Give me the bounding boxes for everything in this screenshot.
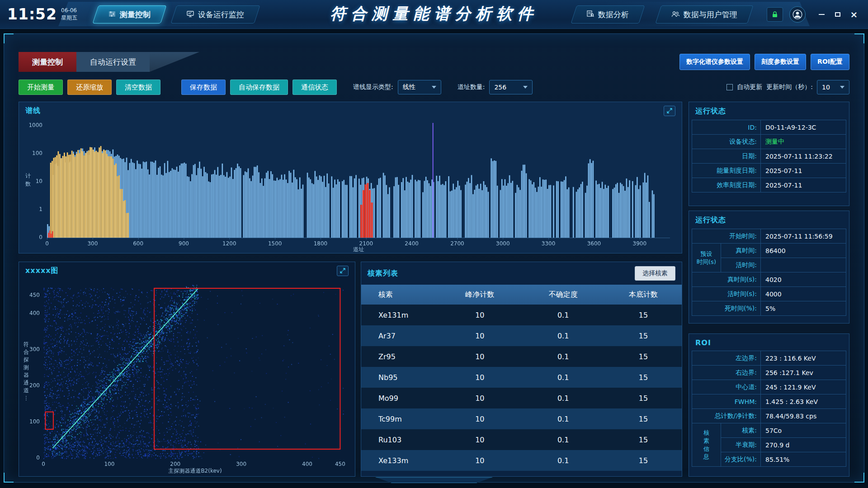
auto-update-checkbox[interactable]	[726, 84, 733, 90]
scatter-panel-header: xxxxx图	[19, 262, 355, 279]
expand-icon[interactable]	[337, 266, 349, 276]
status-label: 真时间:	[721, 244, 761, 258]
status-label: 半衰期:	[721, 438, 761, 452]
status-value: 1.425 : 2.63 KeV	[761, 394, 846, 409]
user-avatar-icon[interactable]	[789, 6, 806, 23]
window-controls: ×	[815, 8, 861, 21]
table-cell: 0.1	[521, 388, 604, 408]
settings-buttons: 数字化谱仪参数设置 刻度参数设置 ROI配置	[679, 52, 849, 72]
update-interval-label: 更新时间（秒）:	[766, 83, 813, 91]
nuclide-panel-title: 核素列表	[368, 269, 398, 278]
status-row: 死时间(%):5%	[692, 301, 846, 316]
status-label: 活时间:	[721, 258, 761, 272]
maximize-button[interactable]	[831, 8, 844, 21]
select-nuclide-button[interactable]: 选择核素	[635, 266, 675, 281]
status-value: 2025-07-11	[761, 178, 846, 192]
status-row: 真时间(s):4020	[692, 272, 846, 287]
status-value: 2025-07-11 11:23:22	[761, 149, 846, 164]
table-cell: 10	[438, 367, 521, 388]
table-cell: Ar37	[361, 325, 438, 346]
nav-label: 数据与用户管理	[684, 9, 737, 19]
channel-count-select[interactable]: 256	[489, 80, 533, 94]
expand-icon[interactable]	[664, 106, 675, 116]
toolbar-button[interactable]: 通信状态	[292, 80, 337, 95]
tab-auto-run-settings[interactable]: 自动运行设置	[76, 52, 150, 72]
frame-corner	[854, 473, 864, 483]
spectrum-panel: 谱线	[19, 102, 682, 253]
table-cell: Xe133m	[361, 450, 438, 471]
status-value: 57Co	[761, 423, 846, 438]
table-row[interactable]: Mo99100.115	[361, 388, 682, 408]
coincidence-plot-panel: xxxxx图	[19, 262, 355, 477]
status-row: 右边界:256 :127.1 Kev	[692, 366, 846, 380]
lock-icon[interactable]	[767, 7, 783, 22]
status-row: 开始时间:2025-07-11 11:56:59	[692, 229, 846, 244]
spectrum-chart-canvas[interactable]	[19, 119, 682, 253]
table-row[interactable]: Xe131m100.115	[361, 305, 682, 325]
scatter-chart-canvas[interactable]	[19, 279, 354, 476]
status-label: 中心道:	[692, 380, 761, 394]
status-value: 2025-07-11	[761, 164, 846, 178]
table-cell: 10	[438, 429, 521, 450]
digitizer-params-button[interactable]: 数字化谱仪参数设置	[679, 54, 750, 70]
table-cell: 15	[605, 408, 682, 429]
status-label: 日期:	[692, 149, 761, 164]
data-analysis-icon	[587, 10, 594, 19]
left-column: 谱线 xxxxx图	[19, 102, 682, 477]
table-row[interactable]: Nb95100.115	[361, 367, 682, 388]
nav-data-analysis[interactable]: 数据分析	[571, 5, 645, 23]
status-value: 4000	[761, 287, 846, 301]
table-cell: 15	[605, 325, 682, 346]
display-type-select[interactable]: 线性	[398, 80, 441, 94]
table-cell: 10	[438, 408, 521, 429]
status-label: 右边界:	[692, 366, 761, 380]
toolbar-button[interactable]: 自动保存数据	[230, 80, 288, 95]
table-column-header: 本底计数	[605, 285, 682, 305]
update-interval-value: 10	[822, 84, 830, 91]
status-label: 总计数/净计数:	[692, 409, 761, 423]
close-button[interactable]: ×	[847, 8, 861, 21]
table-cell: 0.1	[521, 408, 604, 429]
nav-measure-control[interactable]: 测量控制	[93, 5, 167, 23]
nav-label: 测量控制	[120, 9, 151, 19]
table-cell: Xe131m	[361, 305, 438, 325]
minimize-button[interactable]	[815, 8, 828, 21]
monitor-icon	[187, 10, 194, 19]
app-title: 符合测量能谱分析软件	[330, 3, 538, 24]
auto-update-label: 自动更新	[737, 83, 762, 91]
nav-device-monitor[interactable]: 设备运行监控	[171, 5, 260, 23]
table-row[interactable]: Zr95100.115	[361, 346, 682, 367]
table-row[interactable]: Tc99m100.115	[361, 408, 682, 429]
table-cell: 15	[605, 305, 682, 325]
toolbar-button[interactable]: 清空数据	[116, 80, 160, 95]
nav-data-user-management[interactable]: 数据与用户管理	[656, 5, 754, 23]
toolbar-button[interactable]: 开始测量	[19, 80, 63, 95]
table-column-header: 核素	[361, 285, 438, 305]
table-cell: 0.1	[521, 429, 604, 450]
chevron-down-icon	[523, 86, 528, 89]
table-row[interactable]: Ru103100.115	[361, 429, 682, 450]
table-cell: 10	[438, 450, 521, 471]
status-row: 预设时间(s)真时间:86400	[692, 244, 846, 258]
table-row[interactable]: Ar37100.115	[361, 325, 682, 346]
status-row: 效率刻度日期:2025-07-11	[692, 178, 846, 192]
table-row[interactable]: Xe133m100.115	[361, 450, 682, 471]
status-value: 2025-07-11 11:56:59	[761, 229, 846, 244]
bottom-notch-decoration	[375, 477, 493, 483]
status-value: 223 : 116.6 KeV	[761, 351, 846, 366]
tab-measure-control[interactable]: 测量控制	[19, 52, 76, 72]
calibration-params-button[interactable]: 刻度参数设置	[755, 54, 806, 70]
spectrum-panel-header: 谱线	[19, 102, 682, 119]
status-value: 测量中	[761, 135, 846, 149]
table-cell: 15	[605, 346, 682, 367]
table-cell: Tc99m	[361, 408, 438, 429]
status-row: 能量刻度日期:2025-07-11	[692, 164, 846, 178]
toolbar-button[interactable]: 还原缩放	[67, 80, 112, 95]
frame-corner	[4, 33, 14, 43]
roi-config-button[interactable]: ROI配置	[811, 54, 849, 70]
update-interval-select[interactable]: 10	[817, 80, 849, 94]
status-row: FWHM:1.425 : 2.63 KeV	[692, 394, 846, 409]
toolbar-button[interactable]: 保存数据	[181, 80, 226, 95]
clock-weekday: 星期五	[61, 14, 77, 21]
toolbar-button-group: 开始测量还原缩放清空数据保存数据自动保存数据通信状态	[19, 80, 337, 95]
